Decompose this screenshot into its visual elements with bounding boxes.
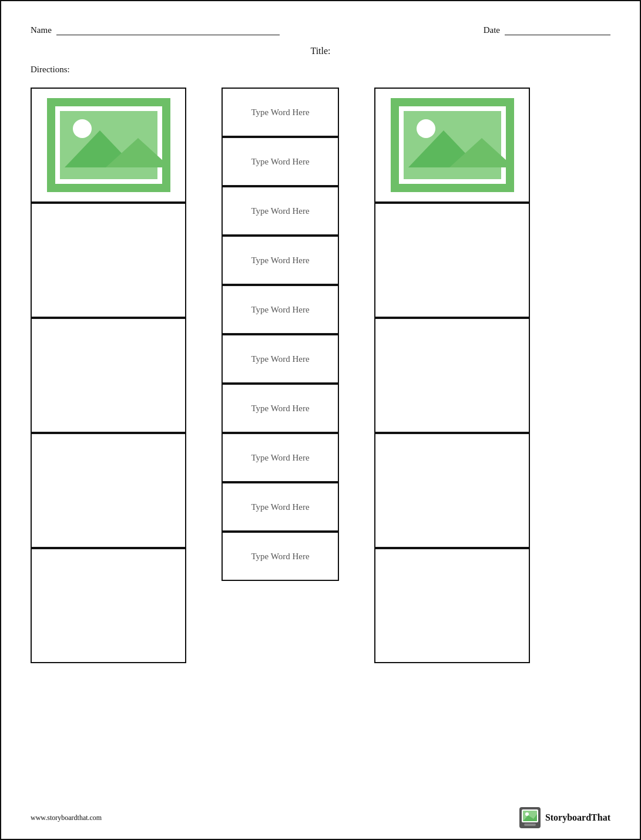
- title-label: Title:: [310, 46, 330, 56]
- name-label: Name: [31, 25, 52, 35]
- right-column: [374, 88, 530, 663]
- image-box-right-1: [374, 88, 530, 203]
- word-box-1[interactable]: Type Word Here: [222, 88, 339, 137]
- title-row: Title:: [31, 46, 610, 56]
- svg-point-3: [73, 119, 92, 138]
- empty-box-left-4: [31, 433, 186, 548]
- word-box-3-text: Type Word Here: [251, 206, 309, 216]
- date-section: Date: [484, 25, 610, 35]
- empty-box-right-4: [374, 433, 530, 548]
- footer-url: www.storyboardthat.com: [31, 814, 102, 822]
- header-row: Name Date: [31, 25, 610, 35]
- footer: www.storyboardthat.com StoryboardThat: [1, 807, 640, 828]
- name-line: [56, 25, 280, 35]
- brand-name: StoryboardThat: [545, 812, 610, 823]
- directions-label: Directions:: [31, 65, 70, 74]
- word-box-9-text: Type Word Here: [251, 502, 309, 512]
- image-placeholder-right-1: [391, 98, 514, 192]
- empty-box-right-3: [374, 318, 530, 433]
- name-section: Name: [31, 25, 280, 35]
- word-box-2[interactable]: Type Word Here: [222, 137, 339, 186]
- directions-row: Directions:: [31, 65, 610, 75]
- word-box-6[interactable]: Type Word Here: [222, 334, 339, 384]
- word-box-9[interactable]: Type Word Here: [222, 482, 339, 532]
- word-box-7-text: Type Word Here: [251, 404, 309, 414]
- svg-rect-17: [524, 824, 536, 826]
- word-box-6-text: Type Word Here: [251, 354, 309, 364]
- word-box-3[interactable]: Type Word Here: [222, 186, 339, 236]
- empty-box-left-2: [31, 203, 186, 318]
- word-box-5[interactable]: Type Word Here: [222, 285, 339, 334]
- word-box-2-text: Type Word Here: [251, 157, 309, 167]
- date-line: [505, 25, 610, 35]
- image-placeholder-left-1: [47, 98, 170, 192]
- svg-point-9: [417, 119, 435, 138]
- page: Name Date Title: Directions:: [1, 1, 640, 698]
- left-column: [31, 88, 186, 663]
- brand-icon: [519, 807, 541, 828]
- brand-section: StoryboardThat: [519, 807, 610, 828]
- word-box-8-text: Type Word Here: [251, 453, 309, 463]
- empty-box-left-5: [31, 548, 186, 663]
- word-box-8[interactable]: Type Word Here: [222, 433, 339, 482]
- word-box-4[interactable]: Type Word Here: [222, 236, 339, 285]
- word-box-1-text: Type Word Here: [251, 107, 309, 117]
- word-box-5-text: Type Word Here: [251, 305, 309, 315]
- middle-column: Type Word Here Type Word Here Type Word …: [222, 88, 339, 663]
- image-box-left-1: [31, 88, 186, 203]
- empty-box-left-3: [31, 318, 186, 433]
- main-grid: Type Word Here Type Word Here Type Word …: [31, 88, 610, 663]
- word-box-7[interactable]: Type Word Here: [222, 384, 339, 433]
- date-label: Date: [484, 25, 500, 35]
- word-box-4-text: Type Word Here: [251, 256, 309, 266]
- empty-box-right-2: [374, 203, 530, 318]
- word-box-10[interactable]: Type Word Here: [222, 532, 339, 581]
- word-box-10-text: Type Word Here: [251, 552, 309, 562]
- empty-box-right-5: [374, 548, 530, 663]
